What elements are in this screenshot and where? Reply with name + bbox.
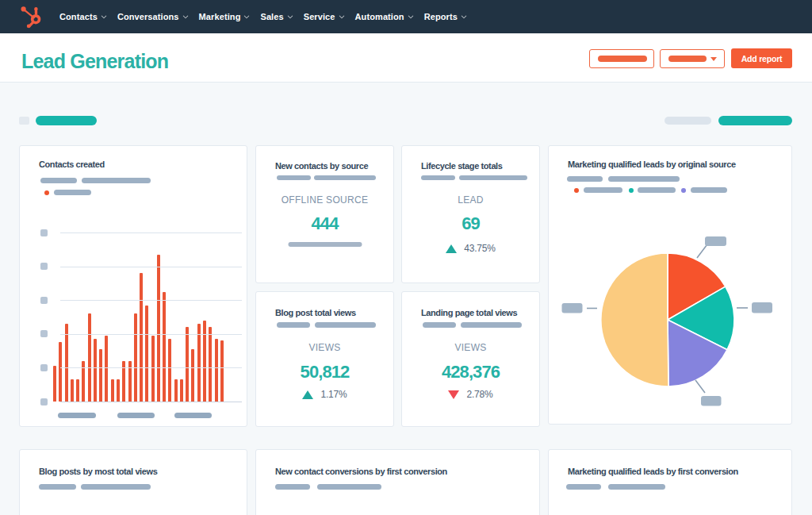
y-axis-label-placeholder bbox=[40, 364, 48, 371]
nav-item-reports[interactable]: Reports bbox=[424, 12, 466, 21]
gridline bbox=[60, 402, 242, 402]
y-axis-label-placeholder bbox=[40, 297, 48, 304]
card-title: Lifecycle stage totals bbox=[421, 161, 502, 171]
card-lifecycle-stage-totals: Lifecycle stage totals LEAD 69 43.75% bbox=[401, 145, 540, 283]
subtitle-placeholder bbox=[275, 484, 310, 490]
nav-item-automation[interactable]: Automation bbox=[355, 12, 413, 21]
bar bbox=[59, 342, 62, 402]
bar bbox=[191, 349, 194, 402]
pie-callout-line bbox=[697, 245, 707, 259]
nav-item-service[interactable]: Service bbox=[304, 12, 344, 21]
bar bbox=[209, 327, 212, 402]
chevron-down-icon bbox=[287, 13, 293, 19]
nav-item-label: Conversations bbox=[117, 12, 179, 21]
pie-callout-label-placeholder bbox=[752, 302, 772, 313]
subtitle-placeholder bbox=[421, 175, 455, 180]
bar bbox=[88, 313, 91, 402]
card-title: Landing page total views bbox=[421, 308, 517, 317]
dropdown-placeholder-bar bbox=[668, 56, 707, 62]
bar bbox=[117, 379, 120, 402]
subtitle-placeholder bbox=[81, 484, 151, 490]
nav-item-sales[interactable]: Sales bbox=[260, 12, 292, 21]
stat-underline-placeholder bbox=[288, 242, 362, 247]
stat-label: LEAD bbox=[402, 194, 539, 206]
header-filter-button[interactable] bbox=[589, 49, 654, 68]
delta-value: 43.75% bbox=[464, 243, 496, 254]
subtitle-placeholder bbox=[277, 322, 310, 328]
delta-up-icon bbox=[446, 244, 457, 253]
pie-chart bbox=[549, 146, 793, 425]
delta-down-icon bbox=[448, 390, 459, 399]
gridline bbox=[60, 233, 242, 233]
card-mql-by-original-source: Marketing qualified leads by original so… bbox=[548, 145, 792, 425]
page-header: Lead Generation Add report bbox=[0, 33, 812, 83]
stat-value: 428,376 bbox=[402, 363, 539, 381]
bar bbox=[71, 379, 74, 402]
bar bbox=[99, 349, 102, 402]
y-axis-label-placeholder bbox=[40, 330, 48, 337]
x-axis-label-placeholder bbox=[58, 413, 96, 418]
bar bbox=[151, 336, 155, 402]
bar bbox=[111, 379, 114, 402]
subtitle-placeholder bbox=[459, 175, 527, 180]
subtitle-placeholder bbox=[317, 484, 381, 490]
dashboard-actions-teal-placeholder[interactable] bbox=[718, 116, 792, 125]
chevron-down-icon bbox=[244, 13, 250, 19]
card-mql-by-first-conversion: Marketing qualified leads by first conve… bbox=[548, 449, 792, 515]
pie-slice-slice-4 bbox=[601, 253, 668, 386]
y-axis-label-placeholder bbox=[40, 263, 48, 270]
card-blog-post-total-views: Blog post total views VIEWS 50,812 1.17% bbox=[255, 291, 394, 427]
nav-item-label: Reports bbox=[424, 12, 458, 21]
x-axis-label-placeholder bbox=[174, 413, 212, 418]
dropdown-caret-icon bbox=[710, 57, 717, 61]
dashboard-filter-teal-placeholder[interactable] bbox=[36, 116, 97, 125]
header-dropdown-button[interactable] bbox=[660, 49, 725, 68]
nav-item-contacts[interactable]: Contacts bbox=[59, 12, 106, 21]
gridline bbox=[60, 334, 242, 335]
stat-label: VIEWS bbox=[256, 342, 393, 353]
chevron-down-icon bbox=[408, 13, 413, 19]
stat-value: 444 bbox=[256, 215, 393, 233]
nav-item-label: Contacts bbox=[59, 12, 98, 21]
bar-series bbox=[52, 233, 243, 402]
subtitle-placeholder bbox=[39, 484, 76, 490]
delta-value: 2.78% bbox=[466, 389, 492, 400]
stat-label: OFFLINE SOURCE bbox=[256, 194, 393, 206]
chevron-down-icon bbox=[462, 13, 467, 19]
stat-value: 50,812 bbox=[256, 363, 393, 381]
chevron-down-icon bbox=[102, 13, 107, 19]
card-title: Marketing qualified leads by first conve… bbox=[568, 467, 738, 476]
pie-callout-label-placeholder bbox=[562, 303, 583, 313]
nav-menu: ContactsConversationsMarketingSalesServi… bbox=[59, 0, 466, 33]
bar bbox=[53, 366, 56, 402]
bar bbox=[157, 255, 160, 402]
nav-item-label: Service bbox=[304, 12, 335, 21]
nav-item-marketing[interactable]: Marketing bbox=[199, 12, 250, 21]
hubspot-logo-icon[interactable] bbox=[21, 6, 41, 29]
bar bbox=[197, 324, 201, 402]
bar bbox=[215, 339, 218, 402]
bar bbox=[168, 339, 171, 402]
nav-item-conversations[interactable]: Conversations bbox=[117, 12, 188, 21]
y-axis-label-placeholder bbox=[40, 398, 48, 405]
chevron-down-icon bbox=[182, 13, 188, 19]
gridline bbox=[60, 300, 242, 301]
pie-callout-label-placeholder bbox=[701, 396, 722, 406]
bar bbox=[134, 313, 137, 402]
y-axis-label-placeholder bbox=[40, 229, 48, 236]
bar bbox=[163, 292, 166, 402]
bar bbox=[180, 379, 183, 402]
page-title: Lead Generation bbox=[21, 51, 168, 71]
bar bbox=[94, 339, 97, 402]
dashboard-filter-icon-placeholder[interactable] bbox=[19, 117, 29, 125]
subtitle-placeholder bbox=[277, 175, 311, 180]
stat-delta: 1.17% bbox=[256, 389, 393, 400]
dashboard-actions-placeholder[interactable] bbox=[665, 117, 711, 125]
subtitle-placeholder bbox=[315, 322, 376, 328]
bar bbox=[174, 379, 178, 402]
add-report-button[interactable]: Add report bbox=[731, 48, 792, 68]
bar-chart-plot bbox=[20, 146, 247, 426]
card-title: New contacts by source bbox=[275, 161, 368, 171]
card-contacts-created: Contacts created bbox=[19, 145, 247, 427]
card-new-contact-conversions: New contact conversions by first convers… bbox=[255, 449, 540, 515]
